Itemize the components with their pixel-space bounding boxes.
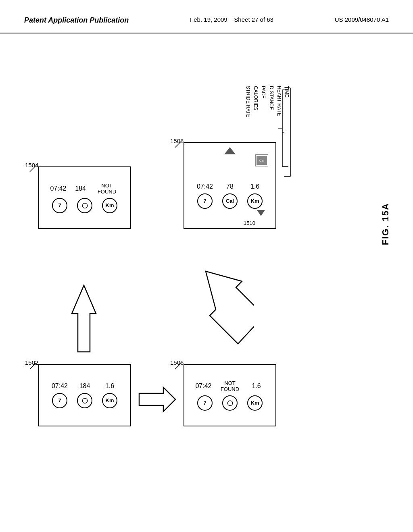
- list-item-calories: CALORIES: [252, 86, 259, 117]
- icon-km-1506: Km: [247, 395, 263, 411]
- scroll-up-indicator: [224, 147, 236, 154]
- icons-row-1504: 7 ◯ Km: [47, 198, 122, 213]
- ref-line-1502: [29, 362, 37, 370]
- value-dist-1502: 1.6: [99, 382, 121, 390]
- figure-label: FIG. 15A: [380, 203, 391, 245]
- list-item-distance: DISTANCE: [267, 86, 275, 117]
- value-hr-1504: 184: [69, 185, 92, 192]
- main-content: FIG. 15A 07:42 184 1.6 7 ◯ Km 1502 07:42…: [0, 33, 413, 525]
- ref-1510: 1510: [244, 220, 255, 226]
- scroll-highlight: Cal: [257, 156, 267, 165]
- svg-marker-3: [72, 285, 96, 352]
- publication-title: Patent Application Publication: [24, 16, 129, 25]
- arrow-up-1502-1504: [68, 283, 100, 354]
- icon-time-1508: 7: [197, 193, 213, 209]
- icons-row-1508: 7 Cal Km: [192, 193, 267, 209]
- sheet-info: Sheet 27 of 63: [234, 16, 273, 23]
- list-item-striderate: STRIDE RATE: [244, 86, 252, 117]
- icon-km-1508: Km: [247, 193, 263, 209]
- icon-hr-1504: ◯: [77, 198, 92, 213]
- list-item-heartrate: HEART RATE: [275, 86, 283, 117]
- device-box-1508: Cal 1510 07:42 78 1.6 7 Cal Km: [184, 142, 276, 229]
- data-row-1506: 07:42 NOT FOUND 1.6: [192, 380, 267, 392]
- publication-number: US 2009/048070 A1: [335, 16, 389, 23]
- scroll-down-indicator: [257, 210, 265, 216]
- icons-row-1506: 7 ◯ Km: [192, 395, 267, 411]
- value-dist-1506: 1.6: [245, 382, 267, 390]
- icon-cal-1508: Cal: [222, 193, 238, 209]
- arrow-diag-1506-1508: [198, 263, 254, 354]
- publication-date-sheet: Feb. 19, 2009 Sheet 27 of 63: [190, 16, 273, 23]
- icon-hr-1502: ◯: [77, 393, 92, 408]
- arrow-right-1502-1506: [135, 385, 179, 414]
- icon-time-1506: 7: [197, 395, 213, 411]
- svg-line-0: [30, 363, 36, 369]
- data-row-1504: 07:42 184 NOT FOUND: [47, 183, 122, 195]
- value-dist-1508: 1.6: [244, 183, 266, 190]
- device-box-1504: 07:42 184 NOT FOUND 7 ◯ Km: [38, 166, 131, 229]
- ref-line-1508: [174, 140, 182, 148]
- svg-line-2: [175, 363, 181, 369]
- data-row-1508: 07:42 78 1.6: [192, 183, 267, 190]
- list-item-pace: PACE: [259, 86, 267, 117]
- value-hr-1508: 78: [219, 183, 241, 190]
- value-hr-1506: NOT FOUND: [215, 380, 245, 392]
- scroll-list-container: Cal: [255, 154, 268, 166]
- bracket-svg: [282, 86, 294, 179]
- data-row-1502: 07:42 184 1.6: [47, 382, 122, 390]
- svg-line-5: [30, 165, 36, 172]
- page-header: Patent Application Publication Feb. 19, …: [0, 0, 413, 33]
- device-box-1502: 07:42 184 1.6 7 ◯ Km: [38, 364, 131, 426]
- device-box-1506: 07:42 NOT FOUND 1.6 7 ◯ Km: [184, 364, 276, 426]
- value-time-1508: 07:42: [194, 183, 216, 190]
- svg-line-6: [175, 141, 181, 148]
- value-time-1504: 07:42: [47, 185, 69, 192]
- ref-line-1506: [174, 362, 182, 370]
- icon-time-1502: 7: [52, 393, 67, 408]
- publication-date: Feb. 19, 2009: [190, 16, 227, 23]
- value-time-1506: 07:42: [192, 382, 215, 390]
- scroll-cal-label: Cal: [259, 159, 264, 162]
- value-hr-1502: 184: [74, 382, 96, 390]
- icon-km-1502: Km: [102, 393, 117, 408]
- svg-marker-1: [139, 387, 175, 411]
- icon-km-1504: Km: [102, 198, 117, 213]
- icon-hr-1506: ◯: [222, 395, 238, 411]
- value-time-1502: 07:42: [49, 382, 71, 390]
- ref-line-1504: [29, 164, 37, 172]
- svg-marker-4: [206, 271, 254, 344]
- value-dist-1504: NOT FOUND: [92, 183, 122, 195]
- icons-row-1502: 7 ◯ Km: [47, 393, 122, 408]
- icon-time-1504: 7: [52, 198, 67, 213]
